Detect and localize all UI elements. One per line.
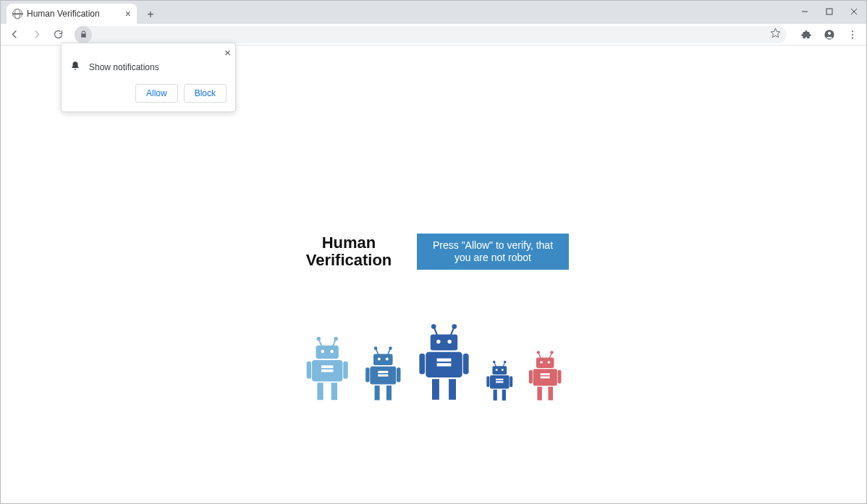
close-popup-button[interactable]: × (224, 46, 231, 59)
svg-rect-61 (496, 381, 503, 383)
window-controls (792, 1, 866, 22)
svg-point-71 (540, 361, 543, 364)
robot-icon (304, 335, 350, 401)
instruction-banner: Press "Allow" to verify, that you are no… (417, 234, 569, 270)
svg-point-7 (852, 30, 853, 32)
svg-point-72 (548, 361, 551, 364)
svg-rect-34 (365, 367, 369, 382)
robot-medium-blue (363, 345, 403, 401)
address-bar[interactable] (75, 26, 787, 43)
site-info-button[interactable] (75, 26, 92, 43)
svg-point-29 (378, 357, 381, 360)
tab-strip: Human Verification × + (1, 1, 866, 24)
svg-rect-56 (492, 366, 507, 375)
kebab-icon (847, 29, 858, 40)
robot-small-blue (485, 359, 515, 401)
puzzle-icon (800, 29, 812, 40)
tab-title: Human Verification (27, 9, 121, 19)
robot-large-blue (416, 322, 472, 401)
robot-light-blue (304, 335, 350, 401)
svg-rect-78 (537, 386, 541, 400)
account-icon (824, 29, 835, 40)
svg-rect-51 (449, 379, 456, 400)
svg-point-30 (386, 357, 389, 360)
robot-icon (527, 349, 563, 401)
page-content: Human Verification Press "Allow" to veri… (245, 234, 622, 401)
close-window-button[interactable] (842, 1, 866, 22)
svg-rect-21 (343, 361, 347, 378)
svg-point-58 (501, 369, 503, 371)
robots-illustration (245, 322, 622, 401)
svg-rect-33 (378, 374, 388, 376)
svg-point-44 (447, 339, 452, 343)
svg-rect-62 (486, 376, 489, 387)
svg-rect-60 (496, 378, 503, 380)
page-viewport: × Show notifications Allow Block Human V… (1, 46, 866, 503)
star-icon (770, 27, 781, 38)
svg-rect-42 (430, 334, 457, 350)
svg-rect-64 (493, 389, 496, 400)
svg-rect-1 (826, 9, 832, 14)
forward-button[interactable] (27, 25, 46, 44)
profile-button[interactable] (820, 25, 839, 44)
new-tab-button[interactable]: + (141, 5, 160, 24)
allow-button[interactable]: Allow (135, 84, 178, 103)
svg-rect-48 (419, 354, 425, 375)
svg-rect-28 (373, 354, 393, 365)
svg-rect-14 (316, 345, 338, 358)
svg-rect-19 (321, 369, 333, 372)
svg-rect-46 (436, 358, 451, 361)
svg-rect-37 (386, 385, 392, 400)
notification-message: Show notifications (89, 62, 159, 72)
svg-point-15 (321, 349, 324, 353)
svg-rect-23 (331, 383, 337, 400)
svg-point-9 (852, 37, 853, 38)
bell-icon (70, 61, 80, 74)
browser-tab[interactable]: Human Verification × (7, 4, 137, 24)
svg-rect-63 (509, 376, 512, 387)
globe-icon (12, 9, 22, 19)
svg-rect-79 (549, 386, 553, 400)
svg-point-16 (330, 349, 334, 353)
close-tab-icon[interactable]: × (125, 9, 131, 19)
svg-point-8 (852, 33, 853, 35)
svg-rect-20 (306, 361, 310, 378)
svg-rect-22 (317, 383, 323, 400)
svg-rect-70 (536, 357, 554, 367)
svg-marker-4 (771, 28, 780, 38)
svg-rect-32 (378, 370, 388, 372)
svg-rect-47 (436, 363, 451, 366)
svg-rect-77 (558, 370, 562, 383)
svg-rect-49 (462, 354, 468, 375)
reload-button[interactable] (48, 25, 67, 44)
minimize-button[interactable] (792, 1, 817, 22)
page-heading: Human Verification (298, 234, 399, 269)
svg-rect-18 (321, 365, 333, 368)
svg-rect-65 (502, 389, 505, 400)
svg-rect-35 (397, 367, 400, 382)
robot-red (527, 349, 563, 401)
svg-rect-75 (541, 376, 550, 378)
toolbar-right (797, 25, 862, 44)
notification-permission-popup: × Show notifications Allow Block (61, 43, 236, 112)
maximize-button[interactable] (817, 1, 842, 22)
extensions-button[interactable] (797, 25, 816, 44)
svg-point-43 (436, 339, 441, 343)
robot-icon (363, 345, 403, 401)
robot-icon (485, 359, 515, 401)
menu-button[interactable] (843, 25, 862, 44)
block-button[interactable]: Block (184, 84, 227, 103)
robot-icon (416, 322, 472, 401)
svg-rect-74 (541, 373, 550, 375)
svg-rect-36 (375, 385, 380, 400)
svg-rect-50 (432, 379, 439, 400)
back-button[interactable] (5, 25, 24, 44)
svg-rect-76 (529, 370, 533, 383)
lock-icon (80, 30, 88, 38)
bookmark-button[interactable] (770, 27, 781, 41)
svg-point-6 (828, 32, 831, 35)
svg-point-57 (495, 369, 497, 371)
